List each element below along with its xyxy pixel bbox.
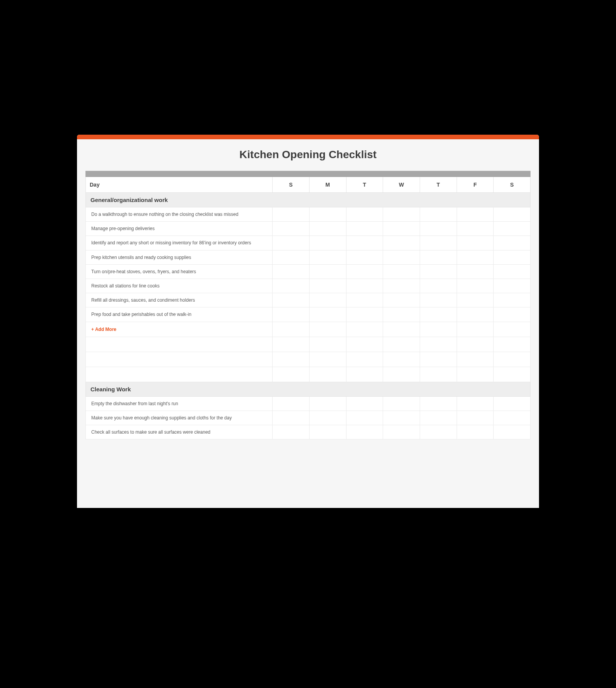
checklist-cell[interactable] [494, 411, 531, 425]
checklist-cell[interactable] [420, 322, 457, 337]
checklist-cell[interactable] [494, 293, 531, 307]
checklist-cell[interactable] [346, 293, 383, 307]
checklist-cell[interactable] [346, 207, 383, 222]
checklist-cell[interactable] [309, 250, 346, 264]
checklist-cell[interactable] [346, 264, 383, 279]
checklist-cell[interactable] [273, 396, 310, 411]
checklist-cell[interactable] [273, 337, 310, 352]
checklist-cell[interactable] [383, 236, 420, 250]
checklist-cell[interactable] [273, 279, 310, 293]
checklist-cell[interactable] [309, 264, 346, 279]
checklist-cell[interactable] [457, 425, 494, 439]
checklist-cell[interactable] [457, 279, 494, 293]
checklist-cell[interactable] [457, 396, 494, 411]
checklist-cell[interactable] [494, 264, 531, 279]
checklist-cell[interactable] [273, 411, 310, 425]
checklist-cell[interactable] [383, 222, 420, 236]
checklist-cell[interactable] [457, 411, 494, 425]
checklist-cell[interactable] [494, 236, 531, 250]
checklist-cell[interactable] [346, 279, 383, 293]
checklist-cell[interactable] [420, 337, 457, 352]
checklist-cell[interactable] [494, 250, 531, 264]
checklist-cell[interactable] [457, 337, 494, 352]
checklist-cell[interactable] [383, 352, 420, 367]
checklist-cell[interactable] [494, 222, 531, 236]
checklist-cell[interactable] [309, 207, 346, 222]
checklist-cell[interactable] [420, 250, 457, 264]
checklist-cell[interactable] [346, 411, 383, 425]
checklist-cell[interactable] [309, 279, 346, 293]
checklist-cell[interactable] [494, 425, 531, 439]
checklist-cell[interactable] [309, 236, 346, 250]
checklist-cell[interactable] [346, 337, 383, 352]
checklist-cell[interactable] [273, 236, 310, 250]
checklist-cell[interactable] [420, 264, 457, 279]
checklist-cell[interactable] [346, 322, 383, 337]
checklist-cell[interactable] [383, 207, 420, 222]
checklist-cell[interactable] [309, 411, 346, 425]
checklist-cell[interactable] [420, 236, 457, 250]
checklist-cell[interactable] [273, 264, 310, 279]
checklist-cell[interactable] [383, 250, 420, 264]
checklist-cell[interactable] [457, 250, 494, 264]
checklist-cell[interactable] [420, 425, 457, 439]
checklist-cell[interactable] [273, 207, 310, 222]
checklist-cell[interactable] [273, 367, 310, 382]
checklist-cell[interactable] [457, 264, 494, 279]
checklist-cell[interactable] [383, 322, 420, 337]
checklist-cell[interactable] [457, 322, 494, 337]
checklist-cell[interactable] [346, 236, 383, 250]
checklist-cell[interactable] [383, 264, 420, 279]
checklist-cell[interactable] [494, 337, 531, 352]
checklist-cell[interactable] [383, 279, 420, 293]
checklist-cell[interactable] [420, 307, 457, 322]
checklist-cell[interactable] [420, 279, 457, 293]
checklist-cell[interactable] [383, 396, 420, 411]
checklist-cell[interactable] [420, 367, 457, 382]
checklist-cell[interactable] [494, 207, 531, 222]
checklist-cell[interactable] [420, 293, 457, 307]
checklist-cell[interactable] [309, 337, 346, 352]
checklist-cell[interactable] [346, 367, 383, 382]
checklist-cell[interactable] [273, 352, 310, 367]
checklist-cell[interactable] [494, 279, 531, 293]
checklist-cell[interactable] [273, 322, 310, 337]
checklist-cell[interactable] [273, 293, 310, 307]
checklist-cell[interactable] [383, 367, 420, 382]
checklist-cell[interactable] [383, 307, 420, 322]
checklist-cell[interactable] [383, 337, 420, 352]
checklist-cell[interactable] [457, 307, 494, 322]
checklist-cell[interactable] [309, 396, 346, 411]
checklist-cell[interactable] [273, 222, 310, 236]
checklist-cell[interactable] [494, 396, 531, 411]
checklist-cell[interactable] [420, 396, 457, 411]
checklist-cell[interactable] [420, 352, 457, 367]
checklist-cell[interactable] [457, 222, 494, 236]
checklist-cell[interactable] [457, 236, 494, 250]
checklist-cell[interactable] [457, 207, 494, 222]
checklist-cell[interactable] [457, 367, 494, 382]
checklist-cell[interactable] [457, 352, 494, 367]
checklist-cell[interactable] [309, 352, 346, 367]
checklist-cell[interactable] [383, 411, 420, 425]
checklist-cell[interactable] [494, 322, 531, 337]
checklist-cell[interactable] [420, 222, 457, 236]
checklist-cell[interactable] [383, 293, 420, 307]
checklist-cell[interactable] [383, 425, 420, 439]
checklist-cell[interactable] [420, 411, 457, 425]
checklist-cell[interactable] [346, 250, 383, 264]
checklist-cell[interactable] [309, 367, 346, 382]
checklist-cell[interactable] [309, 322, 346, 337]
checklist-cell[interactable] [309, 425, 346, 439]
checklist-cell[interactable] [273, 425, 310, 439]
checklist-cell[interactable] [309, 293, 346, 307]
checklist-cell[interactable] [309, 222, 346, 236]
checklist-cell[interactable] [346, 396, 383, 411]
checklist-cell[interactable] [420, 207, 457, 222]
checklist-cell[interactable] [346, 352, 383, 367]
checklist-cell[interactable] [494, 307, 531, 322]
checklist-cell[interactable] [457, 293, 494, 307]
checklist-cell[interactable] [346, 425, 383, 439]
checklist-cell[interactable] [273, 307, 310, 322]
checklist-cell[interactable] [346, 307, 383, 322]
